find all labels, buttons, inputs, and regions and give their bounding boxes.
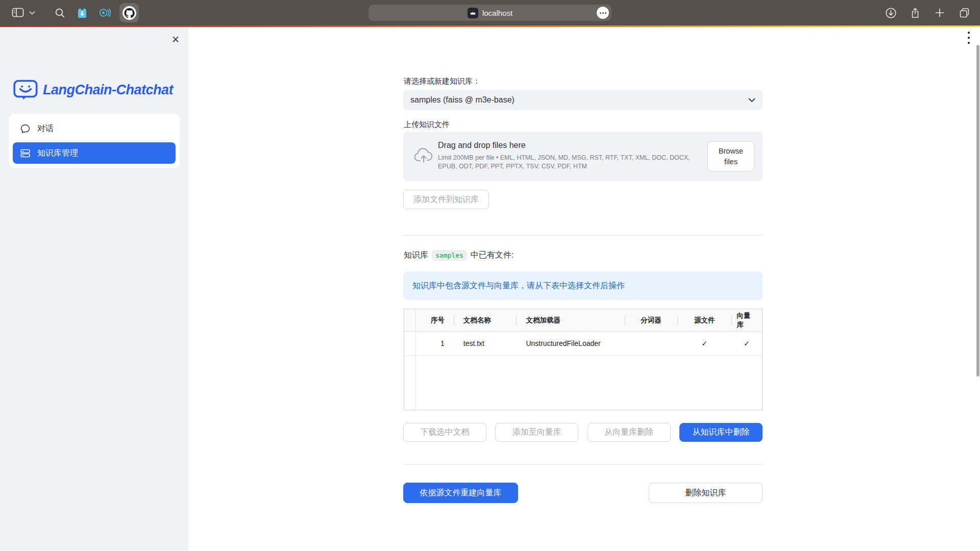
- kb-actions-row: 依据源文件重建向量库 删除知识库: [403, 483, 763, 503]
- row-index-cell: 1: [415, 332, 454, 355]
- row-source-check: ✓: [677, 332, 731, 355]
- share-icon[interactable]: [908, 5, 923, 20]
- sidebar-nav: 对话 知识库管理: [9, 114, 180, 168]
- table-row[interactable]: 1 test.txt UnstructuredFileLoader ✓ ✓: [404, 332, 762, 356]
- kb-name-code: samples: [432, 250, 467, 261]
- file-dropzone[interactable]: Drag and drop files here Limit 200MB per…: [403, 132, 763, 181]
- url-bar[interactable]: localhost: [369, 5, 611, 21]
- table-header-loader[interactable]: 文档加载器: [516, 309, 624, 331]
- rings-star-extension-icon[interactable]: [97, 5, 112, 20]
- add-files-to-kb-button[interactable]: 添加文件到知识库: [403, 190, 489, 209]
- sidebar-item-label: 知识库管理: [37, 148, 78, 159]
- table-header-source[interactable]: 源文件: [677, 309, 731, 331]
- kb-select-value: samples (faiss @ m3e-base): [410, 95, 514, 105]
- chevron-down-icon[interactable]: [29, 5, 36, 20]
- row-doc-name-cell: test.txt: [454, 332, 517, 355]
- sidebar-close-icon[interactable]: ✕: [172, 35, 180, 44]
- row-gutter-cell: [404, 332, 415, 355]
- sidebar: ✕ LangChain-Chatchat 对话 知识库管理: [0, 27, 188, 551]
- browse-files-button[interactable]: Browse files: [707, 141, 754, 171]
- table-header-doc-name[interactable]: 文档名称: [454, 309, 517, 331]
- file-actions-row: 下载选中文档 添加至向量库 从向量库删除 从知识库中删除: [403, 423, 763, 442]
- upload-label: 上传知识文件: [404, 120, 450, 130]
- kb-select-label: 请选择或新建知识库：: [404, 77, 480, 86]
- github-logo: [122, 6, 136, 20]
- sidebar-item-knowledge-base[interactable]: 知识库管理: [13, 142, 176, 164]
- files-heading-suffix: 中已有文件:: [471, 250, 513, 261]
- row-vector-check: ✓: [731, 332, 762, 355]
- add-to-vector-button[interactable]: 添加至向量库: [495, 423, 578, 442]
- remove-from-vector-button[interactable]: 从向量库删除: [587, 423, 671, 442]
- app-menu-icon[interactable]: [968, 32, 970, 44]
- kb-select[interactable]: samples (faiss @ m3e-base): [403, 90, 763, 110]
- main-content: 请选择或新建知识库： samples (faiss @ m3e-base) 上传…: [188, 27, 980, 551]
- sidebar-item-label: 对话: [37, 123, 54, 134]
- downloads-icon[interactable]: [883, 5, 898, 20]
- site-favicon: [468, 8, 478, 18]
- files-heading-prefix: 知识库: [404, 250, 428, 261]
- rebuild-vector-store-button[interactable]: 依据源文件重建向量库: [403, 483, 518, 503]
- info-banner: 知识库中包含源文件与向量库，请从下表中选择文件后操作: [403, 271, 763, 300]
- url-more-button[interactable]: [597, 7, 609, 19]
- cat-catch-extension-icon[interactable]: [75, 5, 90, 20]
- table-header-index[interactable]: 序号: [415, 309, 454, 331]
- search-icon[interactable]: [52, 5, 67, 20]
- scrollbar-thumb[interactable]: [976, 45, 979, 377]
- divider: [403, 464, 763, 465]
- sidebar-item-dialogue[interactable]: 对话: [13, 118, 176, 139]
- github-extension-icon[interactable]: [119, 3, 139, 22]
- download-selected-button[interactable]: 下载选中文档: [403, 423, 486, 442]
- row-loader-cell: UnstructuredFileLoader: [516, 332, 624, 355]
- database-icon: [20, 148, 31, 159]
- files-heading: 知识库 samples 中已有文件:: [404, 250, 513, 261]
- table-header-vector[interactable]: 向量库: [731, 309, 762, 331]
- row-splitter-cell: [625, 332, 678, 355]
- tab-overview-icon[interactable]: [957, 5, 972, 20]
- url-text: localhost: [482, 9, 512, 17]
- browser-toolbar: localhost: [0, 0, 980, 26]
- dropzone-hint: Limit 200MB per file • EML, HTML, JSON, …: [438, 154, 701, 171]
- delete-kb-button[interactable]: 删除知识库: [649, 483, 763, 503]
- table-header-gutter: [404, 309, 415, 331]
- cloud-upload-icon: [413, 147, 434, 164]
- chat-bubble-icon: [20, 123, 31, 134]
- chevron-down-icon: [748, 98, 755, 103]
- divider: [403, 235, 763, 236]
- logo-bubble-icon: [13, 79, 38, 101]
- table-header-splitter[interactable]: 分词器: [625, 309, 678, 331]
- sidebar-toggle-icon[interactable]: [10, 5, 26, 20]
- new-tab-icon[interactable]: [932, 5, 947, 20]
- delete-from-kb-button[interactable]: 从知识库中删除: [679, 423, 763, 442]
- table-header-row: 序号 文档名称 文档加载器 分词器 源文件 向量库: [404, 309, 762, 332]
- logo-text: LangChain-Chatchat: [43, 82, 173, 98]
- files-table: 序号 文档名称 文档加载器 分词器 源文件 向量库 1 test.txt Uns…: [404, 309, 763, 410]
- dropzone-title: Drag and drop files here: [438, 141, 526, 150]
- app-logo: LangChain-Chatchat: [13, 79, 173, 101]
